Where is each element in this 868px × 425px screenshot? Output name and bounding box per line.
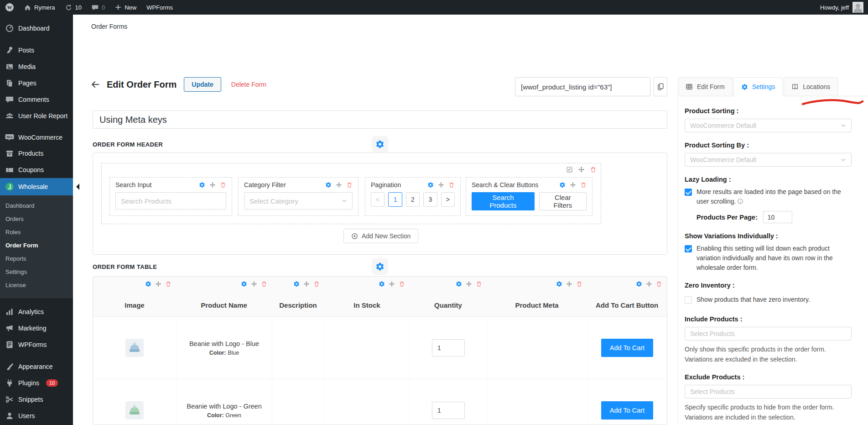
show-variations-checkbox[interactable]	[685, 245, 692, 252]
column-settings-icon[interactable]	[293, 281, 300, 287]
sidebar-item-plugins[interactable]: Plugins 10	[0, 375, 73, 391]
shortcode-input[interactable]	[515, 77, 650, 96]
delete-form-link[interactable]: Delete Form	[231, 81, 266, 88]
column-settings-icon[interactable]	[379, 281, 385, 287]
form-name-input[interactable]	[93, 110, 667, 129]
widget-move-icon[interactable]	[438, 182, 444, 188]
howdy-text[interactable]: Howdy, jeff	[820, 4, 849, 11]
submenu-item-settings[interactable]: Settings	[0, 265, 73, 278]
submenu-item-order-form[interactable]: Order Form	[0, 239, 73, 252]
header-row-container[interactable]: Search Input Search Products Category Fi…	[101, 163, 601, 224]
widget-delete-icon[interactable]	[580, 182, 587, 188]
products-per-page-input[interactable]	[763, 211, 792, 223]
pagination-page-3[interactable]: 3	[423, 192, 437, 207]
add-to-cart-button[interactable]: Add To Cart	[601, 339, 653, 357]
column-in-stock[interactable]: In Stock	[324, 277, 410, 316]
tab-settings[interactable]: Settings	[733, 77, 783, 96]
search-products-button[interactable]: Search Products	[472, 192, 535, 210]
widget-delete-icon[interactable]	[346, 182, 353, 188]
search-products-input[interactable]: Search Products	[115, 192, 226, 210]
submenu-item-dashboard[interactable]: Dashboard	[0, 199, 73, 212]
sidebar-item-media[interactable]: Media	[0, 58, 73, 75]
sidebar-item-snippets[interactable]: Snippets	[0, 391, 73, 408]
sidebar-item-wholesale[interactable]: Wholesale	[0, 178, 73, 195]
column-move-icon[interactable]	[466, 281, 472, 287]
sidebar-item-woocommerce[interactable]: Woo WooCommerce	[0, 130, 73, 145]
move-row-icon[interactable]	[578, 166, 585, 173]
sidebar-item-products[interactable]: Products	[0, 145, 73, 162]
column-image[interactable]: Image	[93, 277, 176, 316]
sidebar-item-coupons[interactable]: Coupons	[0, 162, 73, 178]
wordpress-logo-icon[interactable]: W	[0, 0, 19, 15]
header-section-gear-button[interactable]	[372, 136, 388, 152]
column-quantity[interactable]: Quantity	[410, 277, 487, 316]
search-input-widget[interactable]: Search Input Search Products	[109, 177, 232, 216]
category-select[interactable]: Select Category	[244, 192, 353, 210]
quantity-input[interactable]	[432, 402, 465, 419]
column-delete-icon[interactable]	[399, 281, 405, 287]
pagination-prev-button[interactable]: <	[371, 192, 385, 207]
submenu-item-orders[interactable]: Orders	[0, 212, 73, 226]
widget-move-icon[interactable]	[336, 182, 342, 188]
column-product-name[interactable]: Product Name	[176, 277, 272, 316]
avatar[interactable]	[852, 2, 863, 13]
column-move-icon[interactable]	[251, 281, 257, 287]
include-products-select[interactable]: Select Products	[685, 327, 852, 341]
search-clear-buttons-widget[interactable]: Search & Clear Buttons Search Products C…	[466, 177, 593, 216]
column-settings-icon[interactable]	[636, 281, 642, 287]
widget-delete-icon[interactable]	[448, 182, 455, 188]
column-move-icon[interactable]	[646, 281, 652, 287]
column-settings-icon[interactable]	[145, 281, 151, 287]
widget-settings-icon[interactable]	[199, 182, 205, 188]
table-section-gear-button[interactable]	[372, 258, 388, 275]
column-add-to-cart[interactable]: Add To Cart Button	[587, 277, 667, 316]
submenu-item-license[interactable]: License	[0, 278, 73, 292]
back-arrow-icon[interactable]	[90, 79, 101, 89]
column-product-meta[interactable]: Product Meta	[487, 277, 587, 316]
submenu-item-reports[interactable]: Reports	[0, 252, 73, 265]
lazy-loading-checkbox[interactable]	[685, 189, 692, 196]
column-settings-icon[interactable]	[456, 281, 462, 287]
column-settings-icon[interactable]	[556, 281, 562, 287]
column-delete-icon[interactable]	[576, 281, 582, 287]
update-button[interactable]: Update	[184, 77, 221, 92]
pagination-page-1[interactable]: 1	[388, 192, 402, 207]
info-icon[interactable]	[737, 198, 743, 205]
clear-filters-button[interactable]: Clear Filters	[539, 192, 587, 210]
product-sorting-by-select[interactable]: WooCommerce Default	[685, 153, 852, 167]
delete-row-icon[interactable]	[590, 166, 597, 173]
site-home-link[interactable]: Rymera	[19, 0, 60, 15]
column-delete-icon[interactable]	[476, 281, 482, 287]
product-sorting-select[interactable]: WooCommerce Default	[685, 119, 852, 132]
wpforms-toolbar-link[interactable]: WPForms	[141, 0, 178, 15]
sidebar-item-pages[interactable]: Pages	[0, 75, 73, 91]
copy-shortcode-button[interactable]	[654, 77, 667, 96]
sidebar-item-user-role-report[interactable]: User Role Report	[0, 108, 73, 124]
add-new-section-button[interactable]: Add New Section	[343, 229, 418, 243]
quantity-input[interactable]	[432, 339, 465, 357]
column-delete-icon[interactable]	[261, 281, 267, 287]
sidebar-item-users[interactable]: Users	[0, 408, 73, 424]
sidebar-item-wpforms[interactable]: WPForms	[0, 336, 73, 353]
column-move-icon[interactable]	[303, 281, 310, 287]
sidebar-item-dashboard[interactable]: Dashboard	[0, 20, 73, 37]
column-move-icon[interactable]	[566, 281, 572, 287]
category-filter-widget[interactable]: Category Filter Select Category	[238, 177, 359, 216]
sidebar-item-marketing[interactable]: Marketing	[0, 320, 73, 336]
exclude-products-select[interactable]: Select Products	[685, 385, 852, 399]
widget-delete-icon[interactable]	[220, 182, 226, 188]
sidebar-item-appearance[interactable]: Appearance	[0, 358, 73, 375]
pagination-widget[interactable]: Pagination < 1 2 3 >	[365, 177, 461, 216]
pagination-next-button[interactable]: >	[441, 192, 455, 207]
tab-locations[interactable]: Locations	[784, 77, 838, 96]
comments-link[interactable]: 0	[87, 0, 110, 15]
add-to-cart-button[interactable]: Add To Cart	[601, 401, 653, 420]
widget-move-icon[interactable]	[209, 182, 216, 188]
column-delete-icon[interactable]	[313, 281, 320, 287]
widget-settings-icon[interactable]	[325, 182, 332, 188]
widget-move-icon[interactable]	[570, 182, 576, 188]
column-delete-icon[interactable]	[165, 281, 172, 287]
column-move-icon[interactable]	[389, 281, 395, 287]
widget-settings-icon[interactable]	[559, 182, 566, 188]
sidebar-item-analytics[interactable]: Analytics	[0, 304, 73, 320]
